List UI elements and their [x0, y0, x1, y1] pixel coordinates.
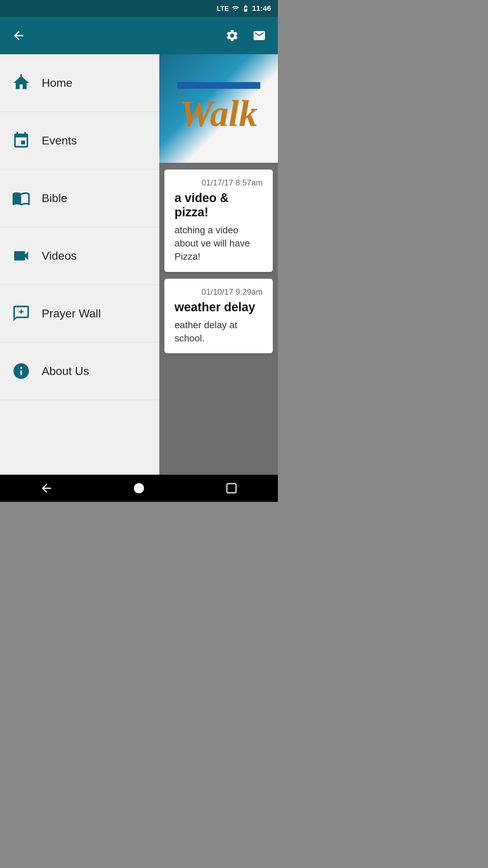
email-button[interactable] — [251, 27, 268, 44]
signal-icon — [232, 5, 239, 12]
news-card-2: 01/10/17 9:29am weather delay eather del… — [164, 279, 273, 353]
info-icon — [10, 360, 32, 382]
settings-button[interactable] — [224, 27, 241, 44]
sidebar: Home Events Bible Vi — [0, 54, 159, 475]
calendar-icon — [10, 130, 32, 152]
svg-rect-0 — [20, 74, 22, 77]
home-icon — [10, 72, 32, 94]
nav-bar — [0, 475, 278, 502]
sidebar-item-videos[interactable]: Videos — [0, 227, 159, 285]
svg-point-3 — [134, 483, 144, 493]
news-title-1: a video & pizza! — [175, 191, 263, 219]
sidebar-item-events[interactable]: Events — [0, 112, 159, 170]
news-body-1: atching a video about ve will have Pizza… — [175, 223, 263, 263]
sidebar-label-events: Events — [42, 134, 77, 147]
news-body-2: eather delay at school. — [175, 318, 263, 345]
battery-icon — [242, 5, 249, 12]
sidebar-label-videos: Videos — [42, 249, 77, 262]
sidebar-label-about-us: About Us — [42, 364, 89, 378]
status-icons: LTE 11:46 — [217, 4, 271, 13]
main-container: Home Events Bible Vi — [0, 54, 278, 475]
news-card-1: 01/17/17 8:57am a video & pizza! atching… — [164, 170, 273, 272]
bg-content: Walk 01/17/17 8:57am a video & pizza! at… — [159, 54, 278, 475]
book-icon — [10, 187, 32, 209]
sidebar-label-home: Home — [42, 76, 73, 90]
lte-icon: LTE — [217, 5, 229, 13]
news-title-2: weather delay — [175, 300, 263, 314]
sidebar-item-about-us[interactable]: About Us — [0, 342, 159, 400]
prayer-icon — [10, 302, 32, 324]
status-bar: LTE 11:46 — [0, 0, 278, 17]
clock: 11:46 — [252, 4, 271, 13]
video-icon — [10, 245, 32, 267]
news-date-2: 01/10/17 9:29am — [175, 287, 263, 297]
svg-rect-2 — [19, 311, 24, 313]
sidebar-item-bible[interactable]: Bible — [0, 170, 159, 227]
sidebar-item-home[interactable]: Home — [0, 54, 159, 112]
sidebar-item-prayer-wall[interactable]: Prayer Wall — [0, 285, 159, 342]
news-date-1: 01/17/17 8:57am — [175, 178, 263, 188]
back-button[interactable] — [10, 27, 27, 44]
home-nav-button[interactable] — [129, 478, 149, 498]
sidebar-label-bible: Bible — [42, 192, 67, 205]
hero-title: Walk — [180, 92, 258, 135]
back-nav-button[interactable] — [36, 478, 57, 498]
svg-rect-4 — [227, 484, 236, 493]
app-bar — [0, 17, 278, 54]
recent-nav-button[interactable] — [221, 478, 242, 498]
sidebar-label-prayer-wall: Prayer Wall — [42, 307, 101, 320]
hero-header: Walk — [159, 54, 278, 163]
